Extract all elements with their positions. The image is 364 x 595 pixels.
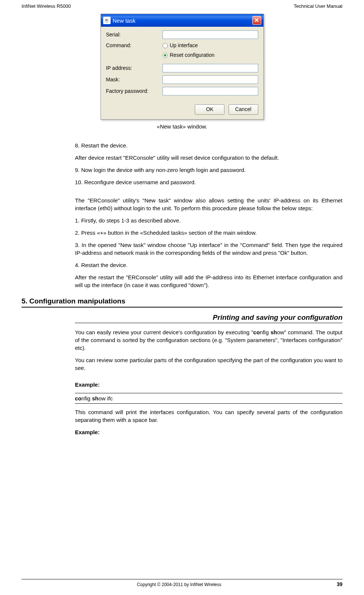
mask-label: Mask: [106,76,163,84]
java-icon: ☕ [103,17,111,24]
mask-input[interactable] [163,75,258,84]
para-review-parts: You can review some particular parts of … [75,356,342,372]
header-left: InfiNet Wireless R5000 [22,3,71,10]
para-after-restart: After device restart "ERConsole" utility… [75,154,342,162]
page-footer: Copyright © 2004-2011 by InfiNet Wireles… [22,579,342,588]
example-label-2: Example: [75,428,342,436]
para-print-ifc: This command will print the interfaces c… [75,408,342,424]
close-icon[interactable]: ✕ [252,16,261,25]
header-right: Technical User Manual [294,3,342,10]
ip-label: IP address: [106,65,163,72]
page-header: InfiNet Wireless R5000 Technical User Ma… [0,0,364,11]
factory-pw-input[interactable] [163,87,258,95]
ip-input[interactable] [163,64,258,72]
ip-step-4: 4. Restart the device. [75,261,342,269]
ip-step-1: 1. Firstly, do steps 1-3 as described ab… [75,217,342,224]
copyright: Copyright © 2004-2011 by InfiNet Wireles… [22,582,337,588]
ip-step-2: 2. Press «+» button in the «Scheduled ta… [75,229,342,237]
new-task-dialog: ☕ New task ✕ Serial: Command: Up interfa… [101,14,264,120]
dialog-title: New task [113,17,252,25]
para-erconsole: The "ERConsole" utility's "New task" win… [75,196,342,212]
para-after-restart-2: After the restart the "ERConsole" utilit… [75,273,342,289]
step-10: 10. Reconfigure device username and pass… [75,178,342,186]
radio-up-label: Up interface [170,42,198,49]
radio-up-interface[interactable]: Up interface [163,42,215,49]
example-label-1: Example: [75,381,342,388]
code-example-1: config show ifc [75,393,342,404]
para-config-show: You can easily review your current devic… [75,328,342,352]
printing-heading: Printing and saving your configuration [75,313,342,323]
command-label: Command: [106,42,163,49]
ip-step-3: 3. In the opened "New task" window choos… [75,241,342,257]
factory-pw-label: Factory password: [106,88,163,95]
title-bar: ☕ New task ✕ [101,14,263,27]
serial-label: Serial: [106,31,163,39]
step-8: 8. Restart the device. [75,142,342,149]
ok-button[interactable]: OK [195,104,224,115]
body-text: 8. Restart the device. After device rest… [75,142,342,289]
radio-reset-label: Reset configuration [170,52,215,59]
step-9: 9. Now login the device with any non-zer… [75,166,342,174]
figure-caption: «New task» window. [22,123,342,130]
radio-reset-config[interactable]: Reset configuration [163,52,215,59]
serial-input[interactable] [163,30,258,39]
section-5-heading: 5. Configuration manipulations [22,296,342,308]
cancel-button[interactable]: Cancel [229,104,258,115]
page-number: 39 [337,581,342,588]
